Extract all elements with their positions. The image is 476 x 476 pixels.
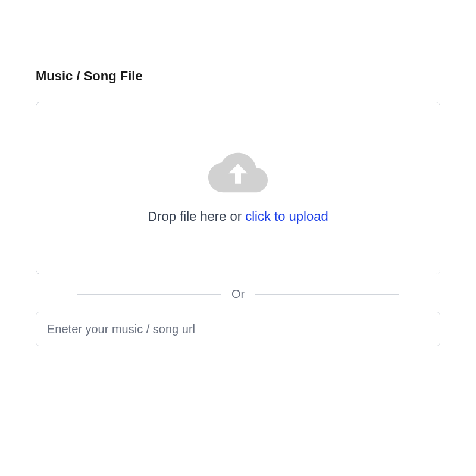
dropzone-link-text: click to upload	[245, 209, 328, 224]
divider-or: Or	[77, 287, 399, 301]
dropzone-instruction: Drop file here or click to upload	[148, 209, 328, 224]
cloud-upload-icon	[208, 152, 268, 196]
section-title-music-file: Music / Song File	[36, 68, 440, 84]
divider-label: Or	[221, 287, 255, 301]
dropzone-text-prefix: Drop file here or	[148, 209, 245, 224]
music-url-input[interactable]	[36, 312, 440, 346]
divider-line-right	[255, 294, 399, 295]
divider-line-left	[77, 294, 221, 295]
file-dropzone[interactable]: Drop file here or click to upload	[36, 102, 440, 274]
